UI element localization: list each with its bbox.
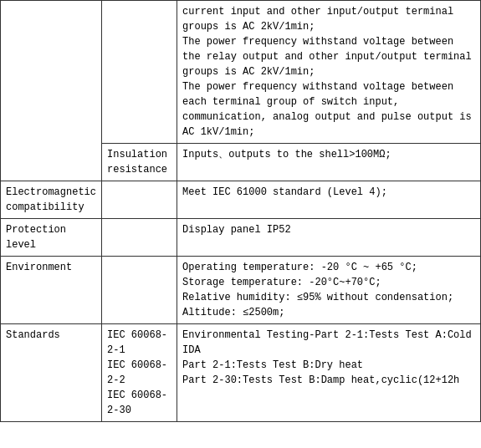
- cell-standards-mid: IEC 60068-2-1 IEC 60068-2-2 IEC 60068-2-…: [102, 324, 177, 422]
- cell-insulation-value: Inputs、outputs to the shell>100MΩ;: [177, 144, 481, 181]
- cell-protection-value: Display panel IP52: [177, 219, 481, 257]
- cell-power-label: [1, 1, 102, 181]
- table-row: Standards IEC 60068-2-1 IEC 60068-2-2 IE…: [1, 324, 481, 422]
- cell-protection-mid: [102, 219, 177, 257]
- table-row: Protection level Display panel IP52: [1, 219, 481, 257]
- cell-environment-value: Operating temperature: -20 °C ~ +65 °C; …: [177, 257, 481, 324]
- cell-standards-value: Environmental Testing-Part 2-1:Tests Tes…: [177, 324, 481, 422]
- cell-environment-mid: [102, 257, 177, 324]
- cell-insulation-mid: Insulation resistance: [102, 144, 177, 181]
- cell-emc-label: Electromagnetic compatibility: [1, 181, 102, 219]
- cell-protection-label: Protection level: [1, 219, 102, 257]
- table-row: Environment Operating temperature: -20 °…: [1, 257, 481, 324]
- table-row: current input and other input/output ter…: [1, 1, 481, 144]
- cell-standards-label: Standards: [1, 324, 102, 422]
- cell-power-mid: [102, 1, 177, 144]
- cell-emc-mid: [102, 181, 177, 219]
- cell-environment-label: Environment: [1, 257, 102, 324]
- cell-power-value: current input and other input/output ter…: [177, 1, 481, 144]
- cell-emc-value: Meet IEC 61000 standard (Level 4);: [177, 181, 481, 219]
- table-row: Electromagnetic compatibility Meet IEC 6…: [1, 181, 481, 219]
